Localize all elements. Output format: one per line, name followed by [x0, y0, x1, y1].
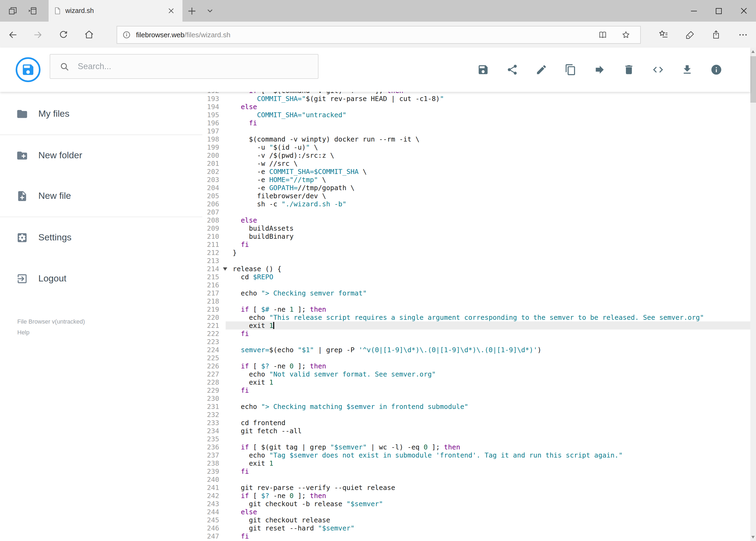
tab-actions-button[interactable] — [201, 0, 219, 22]
code-line-204[interactable]: 204 -e GOPATH=//tmp/gopath \ — [202, 184, 750, 192]
share-button[interactable] — [498, 55, 527, 84]
favorite-star-button[interactable] — [617, 26, 635, 43]
code-line-227[interactable]: 227 echo "Not valid semver format. See s… — [202, 370, 750, 378]
code-line-231[interactable]: 231 echo "> Checking matching $semver in… — [202, 402, 750, 410]
code-line-223[interactable]: 223 — [202, 337, 750, 346]
sidebar-item-logout[interactable]: Logout — [0, 258, 202, 299]
site-info-icon[interactable] — [122, 30, 131, 39]
new-tab-button[interactable] — [182, 0, 201, 22]
more-menu-button[interactable] — [730, 22, 756, 48]
code-line-230[interactable]: 230 — [202, 394, 750, 402]
code-line-246[interactable]: 246 git reset --hard "$semver" — [202, 524, 750, 532]
code-line-243[interactable]: 243 git checkout -b release "$semver" — [202, 500, 750, 508]
download-button[interactable] — [672, 55, 702, 84]
sidebar-item-new-file[interactable]: New file — [0, 176, 202, 217]
tab-preview-button[interactable] — [23, 0, 42, 22]
sidebar-item-my-files[interactable]: My files — [0, 94, 202, 135]
code-line-236[interactable]: 236 if [ $(git tag | grep "$semver" | wc… — [202, 443, 750, 451]
code-line-194[interactable]: 194 else — [202, 103, 750, 111]
refresh-button[interactable] — [51, 22, 76, 48]
code-button[interactable] — [643, 55, 672, 84]
code-line-210[interactable]: 210 buildBinary — [202, 232, 750, 241]
search-bar[interactable]: Search... — [50, 54, 319, 79]
app-logo[interactable] — [16, 57, 41, 82]
tab-close-icon[interactable] — [165, 4, 177, 17]
set-aside-tabs-button[interactable] — [3, 0, 23, 22]
copy-button[interactable] — [556, 55, 585, 84]
scroll-down-button[interactable] — [750, 533, 756, 541]
share-button-browser[interactable] — [703, 22, 730, 48]
code-line-207[interactable]: 207 — [202, 208, 750, 216]
code-line-203[interactable]: 203 -e HOME="//tmp" \ — [202, 176, 750, 184]
code-line-244[interactable]: 244 else — [202, 508, 750, 516]
code-line-213[interactable]: 213 — [202, 257, 750, 265]
code-line-247[interactable]: 247 fi — [202, 532, 750, 540]
help-link[interactable]: Help — [17, 327, 85, 337]
code-line-222[interactable]: 222 fi — [202, 329, 750, 337]
minimize-button[interactable] — [681, 0, 706, 22]
code-line-214[interactable]: 214release () { — [202, 265, 750, 273]
move-button[interactable] — [585, 55, 614, 84]
code-line-197[interactable]: 197 — [202, 127, 750, 135]
code-line-208[interactable]: 208 else — [202, 216, 750, 224]
info-button[interactable] — [702, 55, 731, 84]
sidebar-item-settings[interactable]: Settings — [0, 217, 202, 258]
code-line-200[interactable]: 200 -v /$(pwd):/src:z \ — [202, 151, 750, 159]
code-line-205[interactable]: 205 filebrowser/dev \ — [202, 192, 750, 200]
code-line-239[interactable]: 239 fi — [202, 467, 750, 475]
code-editor[interactable]: 192 if [ "$(command -v git)" != "" ]; th… — [202, 92, 750, 541]
code-line-242[interactable]: 242 if [ $? -ne 0 ]; then — [202, 492, 750, 500]
code-line-216[interactable]: 216 — [202, 281, 750, 289]
hub-favorites-button[interactable] — [650, 22, 677, 48]
code-line-233[interactable]: 233 cd frontend — [202, 419, 750, 427]
code-line-221[interactable]: 221 exit 1 — [202, 321, 750, 329]
code-line-195[interactable]: 195 COMMIT_SHA="untracked" — [202, 111, 750, 119]
code-line-238[interactable]: 238 exit 1 — [202, 459, 750, 467]
scrollbar-thumb[interactable] — [750, 56, 756, 103]
page-scrollbar[interactable] — [750, 48, 756, 541]
address-bar[interactable]: filebrowser.web/files/wizard.sh — [117, 26, 640, 44]
edit-button[interactable] — [527, 55, 556, 84]
delete-button[interactable] — [614, 55, 643, 84]
code-line-199[interactable]: 199 -u "$(id -u)" \ — [202, 143, 750, 151]
code-line-192[interactable]: 192 if [ "$(command -v git)" != "" ]; th… — [202, 92, 750, 95]
code-line-232[interactable]: 232 — [202, 410, 750, 419]
code-line-241[interactable]: 241 git rev-parse --verify --quiet relea… — [202, 483, 750, 492]
code-line-201[interactable]: 201 -w //src \ — [202, 159, 750, 168]
sidebar-item-new-folder[interactable]: New folder — [0, 135, 202, 176]
code-line-193[interactable]: 193 COMMIT_SHA="$(git rev-parse HEAD | c… — [202, 95, 750, 103]
web-note-button[interactable] — [677, 22, 703, 48]
code-line-234[interactable]: 234 git fetch --all — [202, 427, 750, 435]
code-line-202[interactable]: 202 -e COMMIT_SHA=$COMMIT_SHA \ — [202, 168, 750, 176]
code-line-215[interactable]: 215 cd $REPO — [202, 273, 750, 281]
reading-view-button[interactable] — [594, 26, 612, 43]
code-line-217[interactable]: 217 echo "> Checking semver format" — [202, 289, 750, 297]
code-line-220[interactable]: 220 echo "This release script requires a… — [202, 313, 750, 321]
fold-marker-icon[interactable] — [223, 268, 227, 270]
maximize-button[interactable] — [706, 0, 731, 22]
code-line-235[interactable]: 235 — [202, 435, 750, 443]
url-text[interactable]: filebrowser.web/files/wizard.sh — [136, 31, 230, 39]
code-line-245[interactable]: 245 git checkout release — [202, 516, 750, 524]
code-line-206[interactable]: 206 sh -c "./wizard.sh -b" — [202, 200, 750, 208]
code-line-219[interactable]: 219 if [ $# -ne 1 ]; then — [202, 305, 750, 313]
code-line-209[interactable]: 209 buildAssets — [202, 224, 750, 232]
code-line-211[interactable]: 211 fi — [202, 241, 750, 249]
code-line-196[interactable]: 196 fi — [202, 119, 750, 127]
code-line-212[interactable]: 212} — [202, 249, 750, 257]
code-line-198[interactable]: 198 $(command -v winpty) docker run --rm… — [202, 135, 750, 143]
code-line-226[interactable]: 226 if [ $? -ne 0 ]; then — [202, 362, 750, 370]
code-line-228[interactable]: 228 exit 1 — [202, 378, 750, 386]
code-line-225[interactable]: 225 — [202, 354, 750, 362]
close-button[interactable] — [731, 0, 756, 22]
code-line-237[interactable]: 237 echo "Tag $semver does not exist in … — [202, 451, 750, 459]
code-line-218[interactable]: 218 — [202, 297, 750, 305]
code-line-224[interactable]: 224 semver=$(echo "$1" | grep -P '^v(0|[… — [202, 346, 750, 354]
code-line-229[interactable]: 229 fi — [202, 386, 750, 394]
back-button[interactable] — [0, 22, 25, 48]
save-button[interactable] — [469, 55, 498, 84]
code-line-240[interactable]: 240 — [202, 475, 750, 483]
scroll-up-button[interactable] — [750, 48, 756, 56]
home-button[interactable] — [76, 22, 102, 48]
forward-button[interactable] — [25, 22, 51, 48]
